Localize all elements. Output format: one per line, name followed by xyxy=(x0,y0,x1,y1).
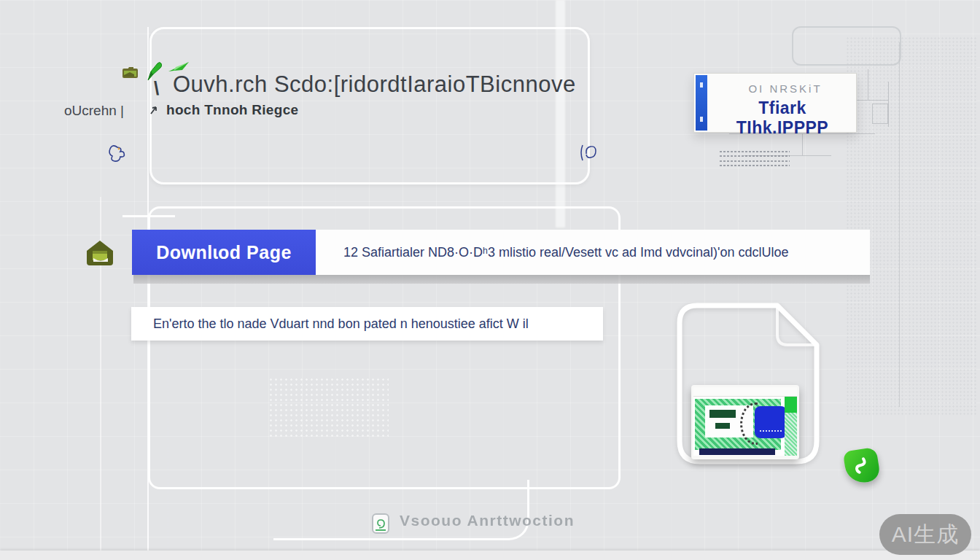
thumbnail-bar xyxy=(715,423,730,429)
backslash-mark: \ xyxy=(154,77,159,100)
note-bar: En'erto the tlo nade Vduart nnd bon pate… xyxy=(131,307,603,341)
card-label: OI NRSKiT xyxy=(723,82,847,95)
page: \ Ouvh.rch Scdo:[ridordtIaraioTBicnnove … xyxy=(0,0,980,560)
card-accent-bar xyxy=(696,75,707,131)
thumbnail-titlebar xyxy=(693,387,797,397)
bar-shadow xyxy=(133,275,870,284)
bird-doodle-icon xyxy=(106,143,127,166)
spiral-icon xyxy=(372,513,389,534)
info-card[interactable]: OI NRSKiT Tfiark TIhk.IPPPP xyxy=(693,73,857,133)
fine-print-scribble xyxy=(720,147,790,171)
circuit-trace xyxy=(872,104,888,124)
caption-panel-outline xyxy=(273,480,529,540)
home-icon xyxy=(85,238,114,268)
subtitle-text: hoch Tnnoh Riegce xyxy=(166,102,298,118)
card-title: Tfiark TIhk.IPPPP xyxy=(713,98,852,138)
corner-arrow-icon xyxy=(149,104,160,115)
page-title: Ouvh.rch Scdo:[ridordtIaraioTBicnnove xyxy=(173,71,639,98)
thumbnail-body xyxy=(693,397,797,456)
squiggle-badge-icon xyxy=(843,447,882,486)
tick-line xyxy=(122,215,175,217)
thumbnail-blue-tile xyxy=(755,406,787,438)
subtitle-left-text: oUcrehn | xyxy=(64,103,124,119)
folder-icon xyxy=(122,66,139,79)
thumbnail-bar xyxy=(709,410,736,418)
dot-texture-right xyxy=(846,36,977,416)
bottom-band xyxy=(0,551,980,560)
thumbnail-footer-bar xyxy=(699,448,775,455)
ai-generated-watermark: AI生成 xyxy=(879,514,971,555)
loop-doodle-icon xyxy=(580,143,597,163)
footer-caption: Vsoouo Anrttwoction xyxy=(400,512,575,529)
thumbnail-right-column xyxy=(785,397,797,456)
faint-outline-box xyxy=(792,26,901,66)
circuit-trace xyxy=(868,69,868,100)
pencil-icon xyxy=(144,60,162,82)
screenshot-thumbnail xyxy=(691,385,799,459)
download-page-button[interactable]: Downlɩod Page xyxy=(132,230,316,275)
download-description-bar: 12 Safiartialer ND8·O·Dʰ3 mlistio real/V… xyxy=(316,230,870,275)
circuit-trace xyxy=(888,82,889,127)
